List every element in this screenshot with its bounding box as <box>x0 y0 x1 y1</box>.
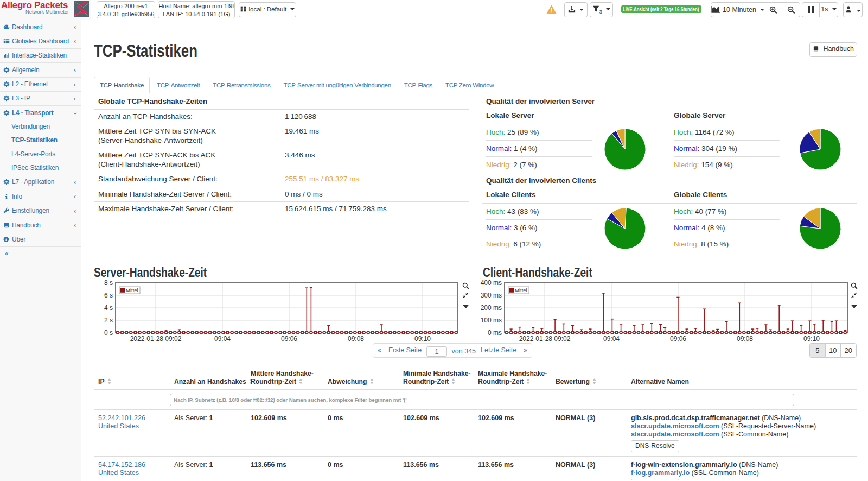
svg-text:4 s: 4 s <box>104 304 113 312</box>
svg-text:09:04: 09:04 <box>214 335 231 343</box>
svg-text:09:06: 09:06 <box>281 335 297 343</box>
svg-text:2022-01-28 09:02: 2022-01-28 09:02 <box>519 335 571 343</box>
svg-text:09:10: 09:10 <box>414 335 431 343</box>
svg-text:09:08: 09:08 <box>348 335 364 343</box>
svg-text:09:06: 09:06 <box>670 335 686 343</box>
svg-text:6 s: 6 s <box>104 292 113 299</box>
svg-text:09:10: 09:10 <box>803 335 820 343</box>
svg-text:2022-01-28 09:02: 2022-01-28 09:02 <box>130 335 182 343</box>
svg-text:0 ms: 0 ms <box>488 329 502 337</box>
svg-text:Mittel: Mittel <box>126 287 138 293</box>
svg-text:0 s: 0 s <box>104 329 113 337</box>
svg-text:400 ms: 400 ms <box>481 280 502 287</box>
svg-text:Mittel: Mittel <box>515 287 527 293</box>
svg-text:2 s: 2 s <box>104 317 113 324</box>
svg-text:09:04: 09:04 <box>603 335 620 343</box>
svg-text:100 ms: 100 ms <box>481 317 502 324</box>
svg-text:300 ms: 300 ms <box>481 292 502 299</box>
svg-text:200 ms: 200 ms <box>481 304 502 312</box>
svg-text:09:08: 09:08 <box>737 335 753 343</box>
svg-text:8 s: 8 s <box>104 280 113 287</box>
